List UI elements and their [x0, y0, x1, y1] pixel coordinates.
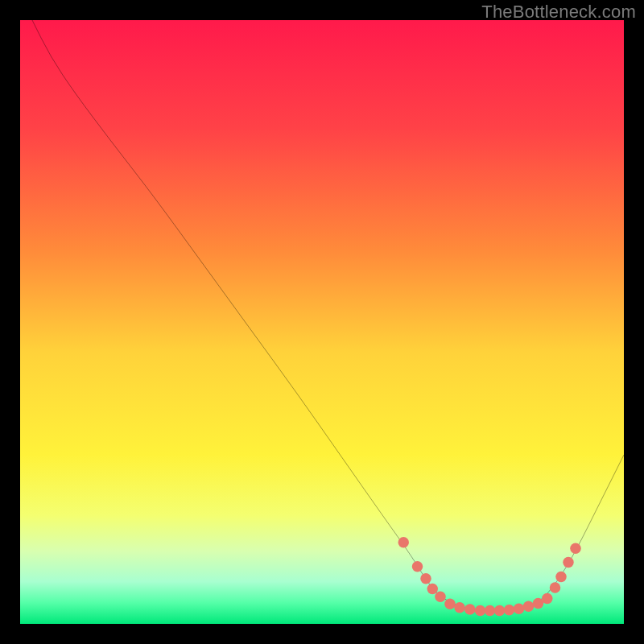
- marker-dot: [570, 543, 581, 555]
- chart-svg: [20, 20, 624, 624]
- chart-frame: TheBottleneck.com: [0, 0, 644, 644]
- marker-dot: [563, 557, 574, 568]
- marker-dot: [504, 605, 515, 616]
- marker-dot: [427, 584, 439, 595]
- chart-background: [20, 20, 624, 624]
- marker-dot: [485, 605, 496, 617]
- marker-dot: [412, 561, 423, 572]
- marker-dot: [464, 604, 476, 615]
- marker-dot: [420, 573, 431, 584]
- plot-area: [20, 20, 624, 624]
- marker-dot: [523, 601, 535, 613]
- marker-dot: [542, 593, 553, 605]
- marker-dot: [398, 537, 410, 548]
- marker-dot: [514, 604, 525, 615]
- marker-dot: [494, 605, 506, 617]
- marker-dot: [550, 582, 561, 593]
- marker-dot: [435, 592, 446, 603]
- marker-dot: [444, 598, 456, 609]
- marker-dot: [454, 602, 465, 613]
- watermark-text: TheBottleneck.com: [481, 2, 636, 23]
- marker-dot: [555, 572, 567, 583]
- marker-dot: [475, 605, 486, 617]
